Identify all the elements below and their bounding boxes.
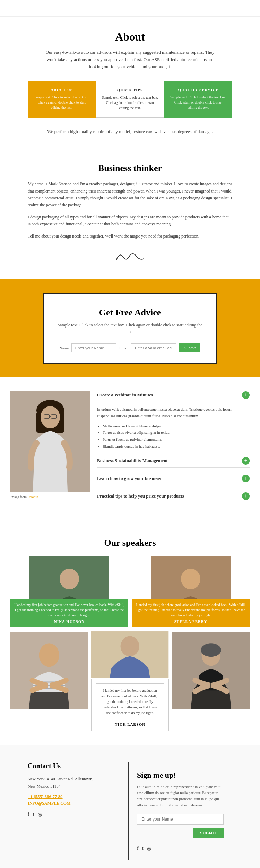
cta-box: Get Free Advice Sample text. Click to se… bbox=[43, 293, 217, 364]
webinar-item-3-toggle[interactable]: + bbox=[242, 475, 250, 482]
signup-twitter-icon[interactable]: t bbox=[142, 845, 144, 851]
signup-facebook-icon[interactable]: f bbox=[137, 845, 139, 851]
cta-title: Get Free Advice bbox=[54, 307, 206, 318]
stella-overlay: I landed my first job before graduation … bbox=[132, 599, 250, 627]
speaker-card-nina: I landed my first job before graduation … bbox=[10, 556, 128, 627]
webinar-bullet-3: Purus ut faucibus pulvinar elementum. bbox=[103, 436, 250, 443]
business-para-2: I design packaging of all types and for … bbox=[28, 214, 232, 228]
cta-name-input[interactable] bbox=[71, 343, 116, 352]
signup-instagram-icon[interactable]: ◎ bbox=[147, 845, 151, 851]
webinar-section: Image from Freepik Create a Webinar in M… bbox=[0, 377, 260, 524]
speakers-title: Our speakers bbox=[10, 538, 250, 548]
webinar-item-4-title: Practical tips to help you price your pr… bbox=[97, 493, 184, 499]
stella-name: STELLA PERRY bbox=[135, 619, 246, 624]
svg-point-13 bbox=[39, 643, 59, 667]
business-para-3: Tell me about your design needs and toge… bbox=[28, 233, 232, 240]
cta-submit-button[interactable]: Submit bbox=[179, 343, 200, 352]
about-title: About bbox=[28, 30, 232, 43]
speaker-card-left bbox=[10, 630, 88, 731]
webinar-item-1-body: Interdum velit euismod in pellentesque m… bbox=[97, 406, 250, 450]
webinar-item-3: Learn how to grow your business + bbox=[97, 475, 250, 485]
cta-name-label: Name bbox=[60, 346, 69, 350]
cta-form: Name Email Submit bbox=[54, 343, 206, 352]
card-about-us-text: Sample text. Click to select the text bo… bbox=[33, 95, 90, 110]
webinar-item-3-title: Learn how to grow your business bbox=[97, 476, 161, 481]
cta-email-input[interactable] bbox=[131, 343, 176, 352]
svg-point-21 bbox=[201, 643, 221, 657]
speaker-card-right bbox=[172, 630, 250, 731]
webinar-image-container: Image from Freepik bbox=[10, 391, 90, 510]
business-para-1: My name is Mark Stanson and I'm a creati… bbox=[28, 180, 232, 209]
about-bottom-text: We perform high-quality repairs of any m… bbox=[28, 128, 232, 135]
card-quality-service[interactable]: QUALITY SERVICE Sample text. Click to se… bbox=[164, 81, 232, 118]
contact-left: Contact Us New York, 4140 Parker Rd. All… bbox=[28, 762, 114, 860]
speaker-left-image bbox=[10, 630, 88, 710]
webinar-item-3-header[interactable]: Learn how to grow your business + bbox=[97, 475, 250, 485]
about-section: About Our easy-to-talk-to auto car advis… bbox=[0, 17, 260, 146]
webinar-bullet-2: Tortor at risus viverra adipiscing at in… bbox=[103, 429, 250, 436]
signup-social-icons: f t ◎ bbox=[137, 845, 224, 851]
card-quick-tips[interactable]: QUICK TIPS Sample text. Click to select … bbox=[96, 81, 164, 118]
signature bbox=[28, 250, 232, 265]
webinar-item-2-header[interactable]: Business Sustainability Management + bbox=[97, 457, 250, 468]
top-bar: ≡ bbox=[0, 0, 260, 17]
svg-point-18 bbox=[121, 636, 139, 656]
stella-bio: I landed my first job before graduation … bbox=[135, 602, 246, 618]
nina-bio: I landed my first job before graduation … bbox=[14, 602, 125, 618]
cta-section: Get Free Advice Sample text. Click to se… bbox=[0, 279, 260, 377]
cta-email-label: Email bbox=[119, 346, 128, 350]
nick-bio-box: I landed my first job before graduation … bbox=[91, 679, 168, 731]
card-quality-service-text: Sample text. Click to select the text bo… bbox=[170, 95, 227, 110]
webinar-item-2: Business Sustainability Management + bbox=[97, 457, 250, 468]
facebook-icon[interactable]: f bbox=[28, 812, 29, 817]
nick-name: NICK LARSON bbox=[96, 722, 164, 726]
svg-point-11 bbox=[181, 569, 200, 589]
webinar-person-image bbox=[10, 391, 90, 492]
webinar-item-1-header[interactable]: Create a Webinar in Minutes + bbox=[97, 391, 250, 402]
signup-name-input[interactable] bbox=[137, 814, 224, 825]
webinar-item-1-toggle[interactable]: + bbox=[242, 391, 250, 399]
signup-social-row: f t ◎ bbox=[137, 845, 224, 851]
speakers-grid-top: I landed my first job before graduation … bbox=[10, 556, 250, 627]
card-quality-service-title: QUALITY SERVICE bbox=[170, 88, 227, 92]
contact-phone[interactable]: +1 (555) 666 77 89 bbox=[28, 794, 114, 799]
speaker-right-image bbox=[172, 630, 250, 710]
freepik-link[interactable]: Freepik bbox=[27, 495, 38, 499]
webinar-intro-text: Interdum velit euismod in pellentesque m… bbox=[97, 406, 250, 419]
webinar-bullet-list: Mattis nunc sed blandit libero volutpat.… bbox=[97, 423, 250, 450]
card-about-us-title: ABOUT US bbox=[33, 88, 90, 92]
instagram-icon[interactable]: ◎ bbox=[38, 812, 42, 817]
webinar-image-caption: Image from Freepik bbox=[10, 495, 90, 499]
cards-row: ABOUT US Sample text. Click to select th… bbox=[28, 81, 232, 118]
svg-point-9 bbox=[60, 569, 79, 589]
card-quick-tips-title: QUICK TIPS bbox=[101, 88, 159, 92]
card-about-us[interactable]: ABOUT US Sample text. Click to select th… bbox=[28, 81, 96, 118]
signup-description: Duis aute irure dolor in reprehenderit i… bbox=[137, 784, 224, 808]
nina-name: NINA HUDSON bbox=[14, 619, 125, 624]
webinar-bullet-4: Blandit turpis cursus in hac habitasse. bbox=[103, 443, 250, 450]
nick-bio: I landed my first job before graduation … bbox=[96, 683, 164, 720]
webinar-content: Create a Webinar in Minutes + Interdum v… bbox=[97, 391, 250, 510]
business-title: Business thinker bbox=[28, 163, 232, 173]
social-icons: f t ◎ bbox=[28, 812, 114, 817]
nick-image bbox=[91, 630, 168, 679]
signup-box: Sign me up! Duis aute irure dolor in rep… bbox=[128, 762, 232, 860]
svg-point-4 bbox=[41, 406, 60, 428]
signup-title: Sign me up! bbox=[137, 771, 224, 780]
webinar-item-2-toggle[interactable]: + bbox=[242, 457, 250, 465]
twitter-icon[interactable]: t bbox=[33, 812, 34, 817]
webinar-item-4-header[interactable]: Practical tips to help you price your pr… bbox=[97, 492, 250, 503]
contact-section: Contact Us New York, 4140 Parker Rd. All… bbox=[0, 745, 260, 868]
speakers-section: Our speakers I landed my first job befor… bbox=[0, 524, 260, 745]
webinar-item-4-toggle[interactable]: + bbox=[242, 492, 250, 500]
contact-title: Contact Us bbox=[28, 762, 114, 770]
contact-email[interactable]: INFO@SAMPLE.COM bbox=[28, 801, 114, 806]
business-section: Business thinker My name is Mark Stanson… bbox=[0, 146, 260, 279]
speaker-card-nick: I landed my first job before graduation … bbox=[91, 630, 168, 731]
nina-overlay: I landed my first job before graduation … bbox=[10, 599, 128, 627]
contact-address: New York, 4140 Parker Rd. Allentown,New … bbox=[28, 776, 114, 790]
webinar-item-4: Practical tips to help you price your pr… bbox=[97, 492, 250, 503]
signup-submit-button[interactable]: SUBMIT bbox=[193, 828, 224, 838]
menu-icon[interactable]: ≡ bbox=[128, 4, 132, 12]
webinar-bullet-1: Mattis nunc sed blandit libero volutpat. bbox=[103, 423, 250, 430]
